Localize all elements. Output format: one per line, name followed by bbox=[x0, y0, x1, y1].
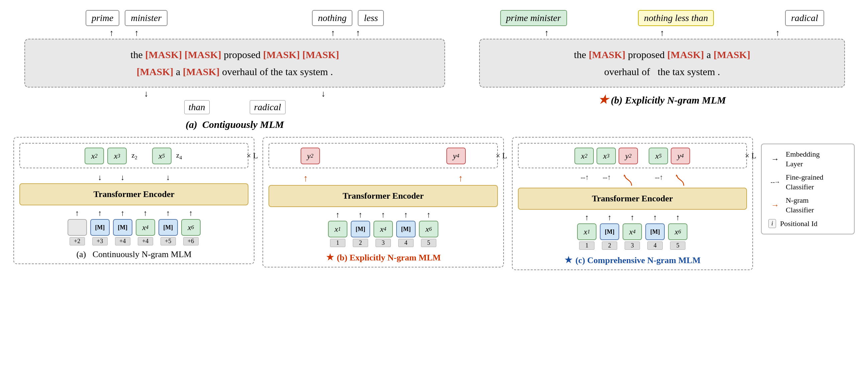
input-tok-1-b: [M] 2 bbox=[351, 221, 370, 247]
pos-4-c: 4 bbox=[647, 241, 663, 250]
z4-label: z4 bbox=[176, 151, 182, 161]
dashed-arrow-icon: - -→ bbox=[768, 179, 782, 186]
label-nothing-less-than: nothing less than bbox=[638, 10, 714, 26]
arrows-down-a: ↓ ↓ ↓ bbox=[20, 173, 248, 182]
sentence-box-a: the [MASK] [MASK] proposed [MASK] [MASK]… bbox=[24, 39, 445, 88]
cell-mb1: [M] bbox=[351, 221, 370, 237]
cell-y2-c: y2 bbox=[619, 147, 638, 164]
pos-5-c: 5 bbox=[670, 241, 685, 250]
tok-x5-c: x5 bbox=[649, 147, 668, 164]
svg-marker-0 bbox=[624, 174, 626, 176]
arrows-down-b: ↑ ↑ bbox=[269, 173, 498, 184]
input-tok-3-b: [M] 4 bbox=[396, 221, 415, 247]
xl-c: × L bbox=[745, 151, 756, 160]
pos-3-c: 3 bbox=[625, 241, 640, 250]
cell-x2: x2 bbox=[85, 147, 104, 164]
cell-x4-b: x4 bbox=[373, 221, 393, 237]
pos-2-c: 2 bbox=[602, 241, 617, 250]
input-row-a: +2 [M] +3 [M] +4 x4 +4 [M] +5 bbox=[67, 219, 200, 245]
transformer-b: Transformer Encoder bbox=[269, 185, 498, 207]
input-tok-3-a: x4 +4 bbox=[136, 219, 155, 245]
xl-b: × L bbox=[496, 151, 507, 160]
cell-x6-c: x6 bbox=[668, 224, 687, 240]
arrows-up-c: ↑ ↑ ↑ ↑ ↑ bbox=[518, 213, 747, 222]
inner-region-c: x2 x3 y2 x5 y4 bbox=[518, 143, 747, 173]
legend-fine-grained: - -→ Fine-grainedClassifier bbox=[768, 173, 847, 192]
cell-y2: y2 bbox=[301, 147, 320, 164]
arrows-below-a: ↓ ↓ bbox=[58, 89, 412, 99]
z2-label: z2 bbox=[131, 151, 137, 161]
caption-c-bottom: ★ (c) Comprehensive N-gram MLM bbox=[564, 254, 701, 266]
enc-diagram-c: x2 x3 y2 x5 y4 bbox=[512, 137, 753, 270]
mask-b1: [MASK] bbox=[589, 49, 626, 60]
above-labels-a: prime minister nothing less bbox=[13, 10, 456, 26]
cell-mc2: [M] bbox=[645, 224, 665, 240]
cell-m1: [M] bbox=[90, 219, 110, 236]
below-labels-a: than radical bbox=[184, 100, 285, 114]
enc-diagram-b: y2 y4 × L ↑ ↑ Transformer Encoder bbox=[262, 137, 503, 268]
tok-y2-b: y2 bbox=[301, 147, 320, 164]
sentence-box-b: the [MASK] proposed [MASK] a [MASK] over… bbox=[479, 39, 845, 88]
cell-x3: x3 bbox=[107, 147, 127, 164]
pos-6: +6 bbox=[183, 237, 198, 245]
xl-a: × L bbox=[246, 151, 258, 160]
pos-2: +2 bbox=[69, 237, 85, 245]
pos-5: +5 bbox=[160, 237, 176, 245]
arrows-up-a: ↑ ↑ ↑ ↑ ↑ ↑ bbox=[20, 209, 248, 218]
cell-y4: y4 bbox=[446, 147, 466, 164]
tok-x3-c: x3 bbox=[596, 147, 616, 164]
cell-x6-a: x6 bbox=[181, 219, 200, 236]
nothing-less-labels: nothing less bbox=[312, 10, 384, 26]
input-tok-3-c: [M] 4 bbox=[645, 224, 665, 250]
diagram-b-top: prime minister nothing less than radical… bbox=[469, 10, 855, 106]
tok-y2-c: y2 bbox=[619, 147, 638, 164]
pos-5-b: 5 bbox=[421, 239, 436, 247]
cell-y4-c: y4 bbox=[671, 147, 690, 164]
sentence-line2-b: overhaul of the tax system . bbox=[490, 63, 834, 80]
bottom-section: x2 x3 z2 x5 z4 × L bbox=[13, 137, 855, 270]
legend-embedding-text: EmbeddingLayer bbox=[786, 149, 819, 169]
transformer-a: Transformer Encoder bbox=[20, 183, 248, 205]
solid-arrow-icon: → bbox=[768, 154, 782, 164]
cell-mb2: [M] bbox=[396, 221, 415, 237]
enc-diagram-a: x2 x3 z2 x5 z4 × L bbox=[13, 137, 254, 264]
mask1: [MASK] bbox=[145, 49, 182, 60]
input-tok-4-b: x6 5 bbox=[419, 221, 438, 247]
above-labels-b: prime minister nothing less than radical bbox=[469, 10, 855, 26]
tok-y4-b: y4 bbox=[446, 147, 466, 164]
mask-b2: [MASK] bbox=[668, 49, 704, 60]
tok-x5-a: x5 bbox=[152, 147, 172, 164]
tok-x2-c: x2 bbox=[575, 147, 594, 164]
input-row-b: x1 1 [M] 2 x4 3 [M] 4 x6 5 bbox=[328, 221, 438, 247]
input-tok-1-c: [M] 2 bbox=[600, 224, 619, 250]
pos-4-b: 4 bbox=[398, 239, 413, 247]
label-nothing: nothing bbox=[312, 10, 353, 26]
label-b-bottom: (b) Explicitly N-gram MLM bbox=[337, 253, 441, 263]
cell-x1-b: x1 bbox=[328, 221, 347, 237]
star-b-bottom: ★ bbox=[326, 251, 335, 263]
legend-box: → EmbeddingLayer - -→ Fine-grainedClassi… bbox=[761, 144, 855, 234]
top-tokens-b: y2 y4 × L bbox=[269, 143, 498, 168]
pos-id-icon: i bbox=[768, 219, 776, 228]
label-radical-b: radical bbox=[785, 10, 824, 26]
legend-pos-text: Positional Id bbox=[780, 219, 817, 229]
arrows-up-b: ↑ ↑ ↑ ↑ ↑ bbox=[269, 210, 498, 219]
cell-x3-c: x3 bbox=[596, 147, 616, 164]
pos-2-b: 2 bbox=[353, 239, 368, 247]
cell-m2: [M] bbox=[113, 219, 132, 236]
pos-3-b: 3 bbox=[375, 239, 391, 247]
inner-region-a: x2 x3 z2 x5 z4 × L bbox=[20, 143, 248, 173]
inner-region-b: y2 y4 × L bbox=[269, 143, 498, 173]
caption-a-top: (a) Contiguously MLM bbox=[186, 119, 284, 130]
curved-arrow-y2 bbox=[622, 173, 635, 186]
input-tok-2-c: x4 3 bbox=[623, 224, 642, 250]
top-tokens-a: x2 x3 z2 x5 z4 × L bbox=[20, 143, 248, 168]
sentence-line1-a: the [MASK] [MASK] proposed [MASK] [MASK] bbox=[35, 46, 434, 63]
caption-b-bottom: ★ (b) Explicitly N-gram MLM bbox=[326, 251, 441, 263]
cell-mc1: [M] bbox=[600, 224, 619, 240]
cell-x4-c: x4 bbox=[623, 224, 642, 240]
legend-ngram: → N-gramClassifier bbox=[768, 196, 847, 215]
sentence-line2-a: [MASK] a [MASK] overhaul of the tax syst… bbox=[35, 63, 434, 80]
transformer-c: Transformer Encoder bbox=[518, 188, 747, 210]
label-c-bottom: (c) Comprehensive N-gram MLM bbox=[576, 255, 701, 265]
